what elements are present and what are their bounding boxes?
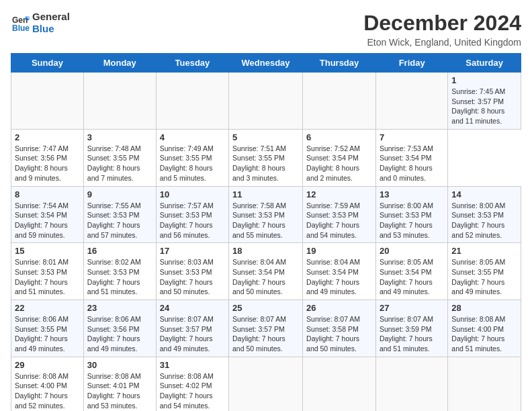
day-number: 5 <box>232 132 299 142</box>
day-number: 29 <box>15 360 80 370</box>
day-info: Sunrise: 7:59 AMSunset: 3:53 PMDaylight:… <box>306 201 360 239</box>
day-info: Sunrise: 8:03 AMSunset: 3:53 PMDaylight:… <box>160 258 214 295</box>
day-info: Sunrise: 8:01 AMSunset: 3:53 PMDaylight:… <box>15 258 69 295</box>
day-info: Sunrise: 8:05 AMSunset: 3:54 PMDaylight:… <box>380 258 433 295</box>
calendar-cell-empty <box>156 73 228 130</box>
calendar-cell: 31Sunrise: 8:08 AMSunset: 4:02 PMDayligh… <box>156 357 228 411</box>
day-number: 28 <box>451 303 517 313</box>
calendar-cell: 23Sunrise: 8:06 AMSunset: 3:56 PMDayligh… <box>83 300 156 357</box>
svg-text:Blue: Blue <box>12 24 30 32</box>
logo-line1: General <box>32 11 70 23</box>
calendar-week-row: 2Sunrise: 7:47 AMSunset: 3:56 PMDaylight… <box>11 129 521 186</box>
day-number: 13 <box>380 189 444 199</box>
day-info: Sunrise: 7:48 AMSunset: 3:55 PMDaylight:… <box>87 144 141 182</box>
calendar-cell: 4Sunrise: 7:49 AMSunset: 3:55 PMDaylight… <box>156 129 228 186</box>
calendar-cell: 15Sunrise: 8:01 AMSunset: 3:53 PMDayligh… <box>11 243 84 300</box>
day-number: 25 <box>232 303 299 313</box>
calendar-week-row: 29Sunrise: 8:08 AMSunset: 4:00 PMDayligh… <box>11 357 521 411</box>
day-info: Sunrise: 8:07 AMSunset: 3:59 PMDaylight:… <box>380 315 433 353</box>
day-info: Sunrise: 8:06 AMSunset: 3:56 PMDaylight:… <box>87 315 141 353</box>
calendar-cell: 21Sunrise: 8:05 AMSunset: 3:55 PMDayligh… <box>448 243 521 300</box>
weekday-header: Tuesday <box>156 54 228 73</box>
day-number: 26 <box>306 303 372 313</box>
calendar-cell: 28Sunrise: 8:08 AMSunset: 4:00 PMDayligh… <box>448 300 521 357</box>
day-info: Sunrise: 8:07 AMSunset: 3:57 PMDaylight:… <box>160 315 214 353</box>
day-info: Sunrise: 7:57 AMSunset: 3:53 PMDaylight:… <box>160 201 214 239</box>
calendar-cell-empty <box>375 357 447 411</box>
day-info: Sunrise: 7:45 AMSunset: 3:57 PMDaylight:… <box>451 87 505 125</box>
day-number: 15 <box>15 246 80 256</box>
weekday-header: Thursday <box>303 54 376 73</box>
day-number: 3 <box>87 132 152 142</box>
calendar-cell: 20Sunrise: 8:05 AMSunset: 3:54 PMDayligh… <box>375 243 447 300</box>
day-number: 27 <box>380 303 444 313</box>
day-info: Sunrise: 7:53 AMSunset: 3:54 PMDaylight:… <box>380 144 433 182</box>
calendar-cell-empty <box>229 73 303 130</box>
calendar-cell: 9Sunrise: 7:55 AMSunset: 3:53 PMDaylight… <box>83 186 156 243</box>
calendar-cell-empty <box>11 73 84 130</box>
day-number: 12 <box>306 189 372 199</box>
calendar-cell: 13Sunrise: 8:00 AMSunset: 3:53 PMDayligh… <box>375 186 447 243</box>
calendar-cell-empty <box>303 73 376 130</box>
day-number: 17 <box>160 246 225 256</box>
calendar-cell-empty <box>83 73 156 130</box>
day-number: 1 <box>451 75 517 85</box>
calendar-cell: 6Sunrise: 7:52 AMSunset: 3:54 PMDaylight… <box>303 129 376 186</box>
calendar-cell-empty <box>229 357 303 411</box>
day-info: Sunrise: 7:47 AMSunset: 3:56 PMDaylight:… <box>15 144 69 182</box>
calendar-cell-empty <box>375 73 447 130</box>
calendar-week-row: 1Sunrise: 7:45 AMSunset: 3:57 PMDaylight… <box>11 73 521 130</box>
calendar-cell: 16Sunrise: 8:02 AMSunset: 3:53 PMDayligh… <box>83 243 156 300</box>
month-title: December 2024 <box>363 11 521 36</box>
page-header: Gen Blue General Blue December 2024 Eton… <box>11 11 521 48</box>
day-number: 8 <box>15 189 80 199</box>
day-info: Sunrise: 7:51 AMSunset: 3:55 PMDaylight:… <box>232 144 286 182</box>
day-number: 24 <box>160 303 225 313</box>
calendar-cell-empty <box>303 357 376 411</box>
day-info: Sunrise: 8:00 AMSunset: 3:53 PMDaylight:… <box>380 201 433 239</box>
day-number: 14 <box>451 189 517 199</box>
day-info: Sunrise: 8:02 AMSunset: 3:53 PMDaylight:… <box>87 258 141 295</box>
calendar-cell: 18Sunrise: 8:04 AMSunset: 3:54 PMDayligh… <box>229 243 303 300</box>
day-info: Sunrise: 8:05 AMSunset: 3:55 PMDaylight:… <box>451 258 505 295</box>
day-info: Sunrise: 7:55 AMSunset: 3:53 PMDaylight:… <box>87 201 141 239</box>
day-number: 22 <box>15 303 80 313</box>
calendar-cell: 27Sunrise: 8:07 AMSunset: 3:59 PMDayligh… <box>375 300 447 357</box>
day-info: Sunrise: 7:58 AMSunset: 3:53 PMDaylight:… <box>232 201 286 239</box>
day-info: Sunrise: 7:54 AMSunset: 3:54 PMDaylight:… <box>15 201 69 239</box>
day-number: 23 <box>87 303 152 313</box>
calendar-cell: 10Sunrise: 7:57 AMSunset: 3:53 PMDayligh… <box>156 186 228 243</box>
calendar-cell: 12Sunrise: 7:59 AMSunset: 3:53 PMDayligh… <box>303 186 376 243</box>
day-number: 9 <box>87 189 152 199</box>
day-info: Sunrise: 8:08 AMSunset: 4:00 PMDaylight:… <box>15 372 69 410</box>
calendar-cell-empty <box>448 357 521 411</box>
calendar-cell: 14Sunrise: 8:00 AMSunset: 3:53 PMDayligh… <box>448 186 521 243</box>
weekday-header: Friday <box>375 54 447 73</box>
day-info: Sunrise: 8:08 AMSunset: 4:01 PMDaylight:… <box>87 372 141 410</box>
day-info: Sunrise: 8:04 AMSunset: 3:54 PMDaylight:… <box>306 258 360 295</box>
day-info: Sunrise: 7:52 AMSunset: 3:54 PMDaylight:… <box>306 144 360 182</box>
calendar-cell: 2Sunrise: 7:47 AMSunset: 3:56 PMDaylight… <box>11 129 84 186</box>
day-number: 11 <box>232 189 299 199</box>
day-number: 10 <box>160 189 225 199</box>
calendar-cell: 8Sunrise: 7:54 AMSunset: 3:54 PMDaylight… <box>11 186 84 243</box>
calendar-cell: 24Sunrise: 8:07 AMSunset: 3:57 PMDayligh… <box>156 300 228 357</box>
logo-line2: Blue <box>32 23 70 35</box>
calendar-week-row: 8Sunrise: 7:54 AMSunset: 3:54 PMDaylight… <box>11 186 521 243</box>
logo-icon: Gen Blue <box>11 13 30 32</box>
weekday-header: Saturday <box>448 54 521 73</box>
day-number: 2 <box>15 132 80 142</box>
day-number: 6 <box>306 132 372 142</box>
day-info: Sunrise: 8:06 AMSunset: 3:55 PMDaylight:… <box>15 315 69 353</box>
day-info: Sunrise: 7:49 AMSunset: 3:55 PMDaylight:… <box>160 144 214 182</box>
calendar-cell: 26Sunrise: 8:07 AMSunset: 3:58 PMDayligh… <box>303 300 376 357</box>
calendar-cell: 3Sunrise: 7:48 AMSunset: 3:55 PMDaylight… <box>83 129 156 186</box>
day-info: Sunrise: 8:07 AMSunset: 3:57 PMDaylight:… <box>232 315 286 353</box>
day-number: 30 <box>87 360 152 370</box>
calendar-cell: 25Sunrise: 8:07 AMSunset: 3:57 PMDayligh… <box>229 300 303 357</box>
calendar-header-row: SundayMondayTuesdayWednesdayThursdayFrid… <box>11 54 521 73</box>
day-info: Sunrise: 8:07 AMSunset: 3:58 PMDaylight:… <box>306 315 360 353</box>
calendar-week-row: 15Sunrise: 8:01 AMSunset: 3:53 PMDayligh… <box>11 243 521 300</box>
weekday-header: Wednesday <box>229 54 303 73</box>
day-number: 21 <box>451 246 517 256</box>
